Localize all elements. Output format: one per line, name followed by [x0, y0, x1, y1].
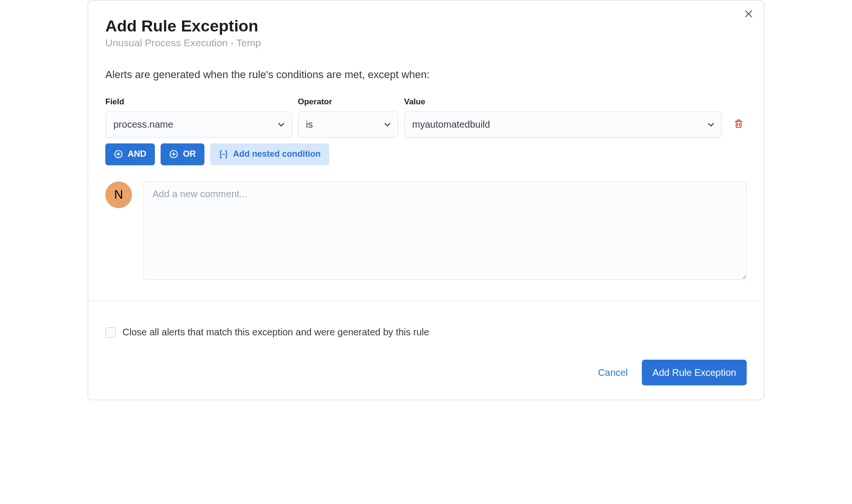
close-alerts-checkbox[interactable]: [105, 327, 116, 338]
value-column-label: Value: [404, 97, 747, 107]
submit-button[interactable]: Add Rule Exception: [642, 360, 747, 385]
value-select[interactable]: [404, 111, 722, 138]
modal-description: Alerts are generated when the rule's con…: [105, 69, 747, 81]
and-button[interactable]: AND: [105, 143, 155, 165]
close-alerts-label[interactable]: Close all alerts that match this excepti…: [122, 327, 429, 338]
field-select[interactable]: [105, 111, 292, 138]
modal-footer: Close all alerts that match this excepti…: [88, 301, 764, 400]
avatar: N: [105, 181, 132, 208]
plus-circle-icon: [169, 150, 178, 159]
comment-textarea[interactable]: [143, 181, 747, 280]
and-button-label: AND: [128, 149, 146, 159]
field-column-label: Field: [105, 97, 292, 107]
operator-column-label: Operator: [298, 97, 398, 107]
svg-point-3: [223, 153, 224, 154]
close-button[interactable]: [742, 7, 755, 20]
add-rule-exception-modal: Add Rule Exception Unusual Process Execu…: [88, 0, 764, 400]
nested-icon: [219, 150, 228, 159]
operator-select[interactable]: [298, 111, 398, 138]
condition-row: Field Operator Value: [105, 97, 747, 138]
trash-icon: [734, 119, 743, 130]
nested-button-label: Add nested condition: [233, 149, 321, 159]
cancel-button[interactable]: Cancel: [593, 367, 632, 378]
delete-condition-button[interactable]: [730, 116, 747, 132]
or-button-label: OR: [183, 149, 196, 159]
modal-subtitle: Unusual Process Execution - Temp: [105, 37, 747, 49]
svg-point-2: [222, 153, 223, 154]
svg-point-4: [224, 153, 225, 154]
add-nested-condition-button[interactable]: Add nested condition: [210, 143, 329, 165]
or-button[interactable]: OR: [161, 143, 204, 165]
plus-circle-icon: [114, 150, 123, 159]
modal-title: Add Rule Exception: [105, 16, 747, 36]
